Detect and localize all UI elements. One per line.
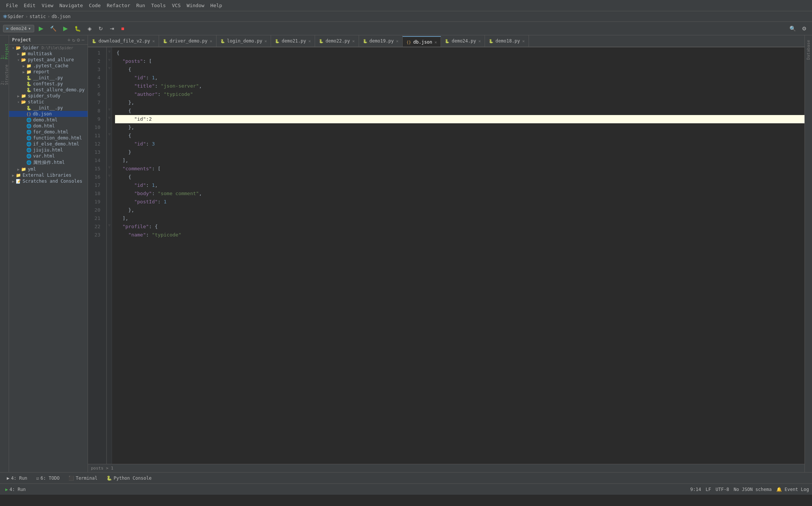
tab-close[interactable]: ✕ xyxy=(396,39,399,44)
tree-item-demo_html[interactable]: 🌐 demo.html xyxy=(9,117,88,123)
run-config[interactable]: ▶ demo24 ▾ xyxy=(3,25,34,32)
code-line-22[interactable]: "profile": { xyxy=(115,223,804,231)
tree-item-spider-root[interactable]: ▾ 📂 Spider D:\File\Spider xyxy=(9,45,88,51)
tab-login_demo[interactable]: 🐍 login_demo.py ✕ xyxy=(217,35,271,47)
build-button[interactable]: 🔨 xyxy=(48,25,59,32)
tab-db_json[interactable]: {} db.json ✕ xyxy=(403,36,441,47)
code-line-10[interactable]: }, xyxy=(115,123,804,132)
tree-item-yml[interactable]: ▶ 📁 yml xyxy=(9,166,88,172)
code-line-12[interactable]: "id": 3 xyxy=(115,140,804,148)
breadcrumb-file[interactable]: db.json xyxy=(52,14,71,19)
tab-demo24[interactable]: 🐍 demo24.py ✕ xyxy=(441,35,485,47)
code-line-1[interactable]: { xyxy=(115,49,804,57)
tree-item-static[interactable]: ▾ 📂 static xyxy=(9,99,88,105)
tab-close[interactable]: ✕ xyxy=(478,39,481,44)
tab-close[interactable]: ✕ xyxy=(210,39,212,44)
breadcrumb-spider[interactable]: Spider xyxy=(8,14,24,19)
tab-close[interactable]: ✕ xyxy=(435,40,437,45)
code-line-19[interactable]: "postId": 1 xyxy=(115,198,804,206)
code-line-6[interactable]: "author": "typicode" xyxy=(115,90,804,98)
tab-close[interactable]: ✕ xyxy=(265,39,267,44)
bottom-tab-run[interactable]: ▶4: Run xyxy=(3,475,31,482)
tree-item-dom_html[interactable]: 🌐 dom.html xyxy=(9,123,88,129)
code-line-23[interactable]: "name": "typicode" xyxy=(115,231,804,239)
code-line-16[interactable]: { xyxy=(115,173,804,181)
tree-item-pytest_and_allure[interactable]: ▾ 📂 pytest_and_allure xyxy=(9,57,88,63)
menu-edit[interactable]: Edit xyxy=(21,0,38,11)
code-line-17[interactable]: "id": 1, xyxy=(115,181,804,189)
tab-close[interactable]: ✕ xyxy=(152,39,155,44)
tree-item-multitask[interactable]: ▶ 📁 multitask xyxy=(9,51,88,57)
tree-item-pytest_cache[interactable]: ▶ 📁 .pytest_cache xyxy=(9,63,88,69)
tab-demo22[interactable]: 🐍 demo22.py ✕ xyxy=(315,35,359,47)
menu-vcs[interactable]: VCS xyxy=(169,0,183,11)
code-line-8[interactable]: { xyxy=(115,107,804,115)
menu-run[interactable]: Run xyxy=(133,0,148,11)
tree-item-init_py2[interactable]: 🐍 __init__.py xyxy=(9,105,88,111)
code-content[interactable]: { "posts": [ { "id": 1, "title": "json-s… xyxy=(112,47,804,464)
search-button[interactable]: 🔍 xyxy=(787,25,798,32)
run-button[interactable]: ▶ xyxy=(36,24,45,33)
menu-refactor[interactable]: Refactor xyxy=(104,0,133,11)
tree-item-ext_libs[interactable]: ▶ 📁 External Libraries xyxy=(9,172,88,178)
profile-button[interactable]: ◈ xyxy=(85,25,94,32)
menu-window[interactable]: Window xyxy=(184,0,208,11)
tree-item-spider_study[interactable]: ▶ 📁 spider_study xyxy=(9,93,88,99)
json-schema[interactable]: No JSON schema xyxy=(734,487,772,492)
code-line-5[interactable]: "title": "json-server", xyxy=(115,82,804,90)
code-line-18[interactable]: "body": "some comment", xyxy=(115,189,804,198)
tree-item-attrs_html[interactable]: 🌐 属性操作.html xyxy=(9,159,88,166)
tab-close[interactable]: ✕ xyxy=(308,39,311,44)
tree-item-init_py1[interactable]: 🐍 __init__.py xyxy=(9,75,88,81)
tree-item-function_demo_html[interactable]: 🌐 function_demo.html xyxy=(9,135,88,141)
tree-item-conftest[interactable]: 🐍 conftest.py xyxy=(9,81,88,87)
tree-item-report[interactable]: ▶ 📁 report xyxy=(9,69,88,75)
settings-icon[interactable]: ⚙ xyxy=(77,37,80,43)
breadcrumb-static[interactable]: static xyxy=(30,14,46,19)
code-line-9[interactable]: "id": 2 xyxy=(115,115,804,123)
tree-item-scratches[interactable]: ▶ 📝 Scratches and Consoles xyxy=(9,178,88,184)
code-line-3[interactable]: { xyxy=(115,65,804,74)
tab-close[interactable]: ✕ xyxy=(522,39,525,44)
add-icon[interactable]: + xyxy=(67,37,70,43)
stop-button[interactable]: ■ xyxy=(119,25,126,32)
minimize-icon[interactable]: − xyxy=(82,37,85,43)
bottom-tab-python_console[interactable]: 🐍Python Console xyxy=(103,475,155,482)
tree-item-if_else_demo_html[interactable]: 🌐 if_else_demo.html xyxy=(9,141,88,147)
tab-driver_demo[interactable]: 🐍 driver_demo.py ✕ xyxy=(159,35,217,47)
menu-view[interactable]: View xyxy=(39,0,56,11)
code-line-13[interactable]: } xyxy=(115,148,804,156)
code-line-14[interactable]: ], xyxy=(115,156,804,165)
tab-demo19[interactable]: 🐍 demo19.py ✕ xyxy=(359,35,403,47)
status-run[interactable]: ▶ 4: Run xyxy=(3,486,28,493)
update-button[interactable]: ↻ xyxy=(96,25,105,32)
code-line-21[interactable]: ], xyxy=(115,214,804,223)
bottom-tab-todo[interactable]: ☑6: TODO xyxy=(33,475,64,482)
menu-file[interactable]: File xyxy=(3,0,21,11)
menu-tools[interactable]: Tools xyxy=(148,0,169,11)
menu-help[interactable]: Help xyxy=(208,0,225,11)
tree-item-test_allure_demo[interactable]: 🐍 test_allure_demo.py xyxy=(9,87,88,93)
code-line-20[interactable]: }, xyxy=(115,206,804,214)
debug-button[interactable]: 🐛 xyxy=(72,25,83,32)
menu-code[interactable]: Code xyxy=(86,0,104,11)
tab-close[interactable]: ✕ xyxy=(352,39,355,44)
tree-item-var_html[interactable]: 🌐 var.html xyxy=(9,153,88,159)
tab-demo21[interactable]: 🐍 demo21.py ✕ xyxy=(271,35,315,47)
settings-button[interactable]: ⚙ xyxy=(800,25,809,32)
tab-demo18[interactable]: 🐍 demo18.py ✕ xyxy=(485,35,529,47)
line-sep[interactable]: LF xyxy=(706,487,711,492)
project-icon[interactable]: 1: Project xyxy=(1,37,8,59)
sync-icon[interactable]: ↻ xyxy=(72,37,75,43)
event-log[interactable]: 🔔 Event Log xyxy=(776,487,809,492)
database-panel-label[interactable]: Database xyxy=(806,37,811,63)
structure-side-icon[interactable]: 2: Structure xyxy=(1,62,8,85)
code-line-7[interactable]: }, xyxy=(115,98,804,107)
encoding[interactable]: UTF-8 xyxy=(715,487,729,492)
code-line-2[interactable]: "posts": [ xyxy=(115,57,804,65)
tree-item-db_json[interactable]: {} db.json xyxy=(9,111,88,117)
step-button[interactable]: ⇥ xyxy=(108,25,117,32)
menu-navigate[interactable]: Navigate xyxy=(56,0,86,11)
tree-item-jiujiu_html[interactable]: 🌐 jiujiu.html xyxy=(9,147,88,153)
coverage-button[interactable]: ▶ xyxy=(61,24,70,33)
